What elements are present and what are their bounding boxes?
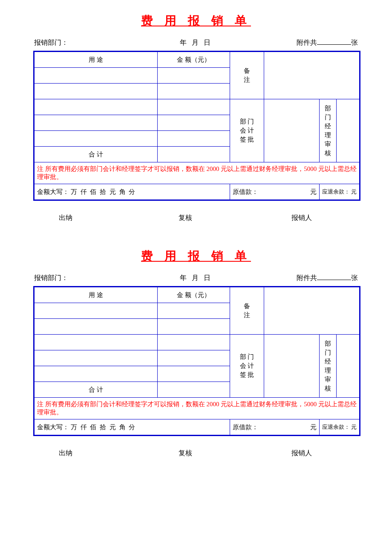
attach-prefix: 附件共 (297, 274, 317, 281)
dept-acc-sign-cell (264, 99, 320, 162)
usage-cell (34, 303, 158, 319)
total-label: 合 计 (34, 382, 158, 398)
col-amount-header: 金 额（元） (158, 52, 230, 68)
reviewer-label: 复核 (143, 214, 228, 223)
form-header: 报销部门： 年 月 日 附件共张 (33, 274, 359, 283)
expense-form-1: 费 用 报 销 单 报销部门： 年 月 日 附件共张 用 途 金 额（元） 备 … (33, 13, 359, 223)
usage-cell (34, 350, 158, 366)
attachment-count: 附件共张 (250, 38, 358, 47)
date-field: 年 月 日 (142, 38, 250, 47)
reviewer-label: 复核 (143, 449, 228, 458)
col-remark-header: 备 注 (230, 287, 264, 335)
usage-cell (34, 335, 158, 350)
amount-words: 金额大写： 万 仟 佰 拾 元 角 分 (34, 419, 230, 436)
signature-row: 出纳 复核 报销人 (33, 449, 359, 458)
total-amount-cell (158, 382, 230, 398)
amount-cell (158, 335, 230, 350)
cashier-label: 出纳 (55, 214, 143, 223)
signature-row: 出纳 复核 报销人 (33, 214, 359, 223)
form-title: 费 用 报 销 单 (33, 248, 359, 264)
orig-loan: 原借款： 元 (230, 184, 320, 200)
attach-blank (317, 280, 351, 280)
attach-suffix: 张 (351, 274, 358, 281)
col-usage-header: 用 途 (34, 52, 158, 68)
claimant-label: 报销人 (228, 214, 337, 223)
date-field: 年 月 日 (142, 274, 250, 283)
usage-cell (34, 68, 158, 84)
dept-acc-sign-label: 部 门 会 计 签 批 (230, 99, 264, 162)
expense-table: 用 途 金 额（元） 备 注 部 门 会 计 签 批 部门经理审核 (33, 51, 360, 201)
amount-cell (158, 84, 230, 99)
amount-cell (158, 350, 230, 366)
cashier-label: 出纳 (55, 449, 143, 458)
dept-label: 报销部门： (34, 38, 142, 47)
total-label: 合 计 (34, 147, 158, 162)
refund: 应退余款： 元 (320, 419, 360, 436)
amount-cell (158, 303, 230, 319)
amount-cell (158, 131, 230, 147)
usage-cell (34, 115, 158, 131)
orig-loan: 原借款： 元 (230, 419, 320, 436)
amount-cell (158, 115, 230, 131)
note-text: 注 所有费用必须有部门会计和经理签字才可以报销，数额在 2000 元以上需通过财… (34, 162, 360, 184)
amount-cell (158, 366, 230, 382)
dept-mgr-audit-cell (337, 99, 360, 162)
form-title: 费 用 报 销 单 (33, 13, 359, 29)
dept-acc-sign-label: 部 门 会 计 签 批 (230, 335, 264, 398)
attach-blank (317, 44, 351, 45)
dept-mgr-audit-cell (337, 335, 360, 398)
form-header: 报销部门： 年 月 日 附件共张 (33, 38, 359, 47)
dept-label: 报销部门： (34, 274, 142, 283)
amount-words: 金额大写： 万 仟 佰 拾 元 角 分 (34, 184, 230, 200)
usage-cell (34, 319, 158, 335)
col-amount-header: 金 额（元） (158, 287, 230, 303)
remark-cell (264, 287, 360, 335)
dept-mgr-audit-label: 部门经理审核 (320, 335, 337, 398)
amount-cell (158, 68, 230, 84)
dept-mgr-audit-label: 部门经理审核 (320, 99, 337, 162)
amount-cell (158, 99, 230, 115)
remark-cell (264, 52, 360, 99)
expense-form-2: 费 用 报 销 单 报销部门： 年 月 日 附件共张 用 途 金 额（元） 备 … (33, 248, 359, 458)
attachment-count: 附件共张 (250, 274, 358, 283)
refund: 应退余款： 元 (320, 184, 360, 200)
usage-cell (34, 366, 158, 382)
col-remark-header: 备 注 (230, 52, 264, 99)
dept-acc-sign-cell (264, 335, 320, 398)
claimant-label: 报销人 (228, 449, 337, 458)
usage-cell (34, 99, 158, 115)
amount-cell (158, 319, 230, 335)
total-amount-cell (158, 147, 230, 162)
attach-prefix: 附件共 (297, 39, 317, 46)
note-text: 注 所有费用必须有部门会计和经理签字才可以报销，数额在 2000 元以上需通过财… (34, 398, 360, 419)
expense-table: 用 途 金 额（元） 备 注 部 门 会 计 签 批 部门经理审核 (33, 286, 360, 436)
usage-cell (34, 131, 158, 147)
usage-cell (34, 84, 158, 99)
attach-suffix: 张 (351, 39, 358, 46)
col-usage-header: 用 途 (34, 287, 158, 303)
